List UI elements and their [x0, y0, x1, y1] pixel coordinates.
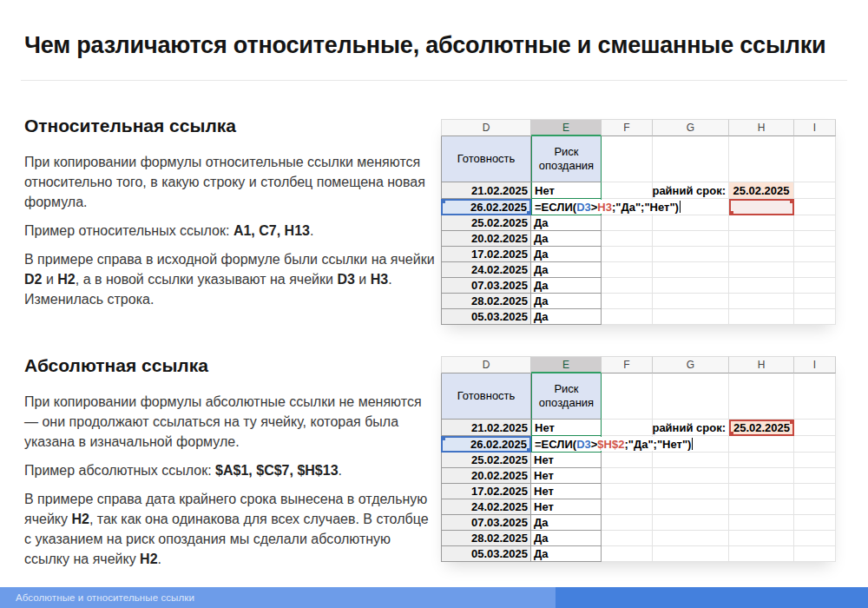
- cell-header-gotovnost: Готовность: [441, 136, 531, 182]
- empty-cell: [653, 373, 729, 420]
- empty-cell: [729, 247, 794, 262]
- referenced-cell-d3: 26.02.2025: [441, 199, 531, 215]
- empty-cell: [602, 420, 653, 436]
- risk-value-cell: Да: [531, 294, 602, 309]
- empty-cell: [729, 546, 794, 562]
- empty-cell: [602, 373, 653, 420]
- paragraph: Пример абсолютных ссылок: $A$1, $C$7, $H…: [24, 460, 436, 480]
- empty-cell: [794, 294, 836, 309]
- date-cell: 25.02.2025: [441, 215, 531, 231]
- date-cell: 05.03.2025: [441, 309, 531, 325]
- text: и: [42, 272, 57, 287]
- deadline-label-cell: Крайний срок:: [653, 420, 729, 436]
- date-cell: 17.02.2025: [441, 247, 531, 262]
- empty-cell: [729, 278, 794, 294]
- empty-cell: [602, 453, 653, 468]
- formula-text: =ЕСЛИ(D3>H3;"Да";"Нет"): [533, 200, 682, 214]
- empty-cell: [794, 247, 836, 262]
- empty-cell: [653, 136, 729, 182]
- empty-cell: [653, 215, 729, 231]
- paragraph: В примере справа дата крайнего срока вын…: [24, 489, 436, 569]
- risk-value-cell: Да: [531, 515, 602, 531]
- formula-segment: D3: [576, 201, 591, 214]
- bold-text: D2: [24, 272, 42, 287]
- risk-value-cell: Да: [531, 247, 602, 262]
- section-heading: Абсолютная ссылка: [24, 354, 436, 377]
- column-header-F: F: [602, 119, 653, 136]
- spreadsheet-screenshot-relative: DEFGHIГотовностьРиск опоздания21.02.2025…: [441, 119, 836, 325]
- empty-cell: [794, 309, 836, 325]
- empty-cell: [729, 499, 794, 515]
- bold-text: H2: [57, 272, 75, 287]
- column-header-F: F: [602, 356, 653, 373]
- text: и: [355, 272, 371, 287]
- risk-value-cell: Нет: [531, 182, 602, 199]
- formula-segment: D3: [576, 438, 591, 451]
- risk-value-cell: Да: [531, 531, 602, 546]
- paragraph: Пример относительных ссылок: A1, C7, H13…: [24, 221, 436, 241]
- paragraph: В примере справа в исходной формуле были…: [24, 249, 436, 309]
- empty-cell: [602, 515, 653, 531]
- risk-value-cell: Да: [531, 262, 602, 278]
- text: , а в новой ссылки указывают на ячейки: [76, 272, 338, 287]
- deadline-value-cell: 25.02.2025: [729, 182, 794, 199]
- empty-cell: [602, 546, 653, 562]
- column-header-I: I: [794, 356, 836, 373]
- cell-header-gotovnost: Готовность: [441, 373, 531, 420]
- text: Пример абсолютных ссылок:: [24, 463, 215, 478]
- text-cursor: [680, 201, 681, 213]
- formula-segment: ;"Да";"Нет"): [624, 438, 691, 451]
- empty-cell: [729, 373, 794, 420]
- empty-cell: [794, 373, 836, 420]
- formula-segment: >: [591, 201, 598, 214]
- column-header-G: G: [653, 356, 729, 373]
- date-cell: 07.03.2025: [441, 515, 531, 531]
- section-absolute-reference: Абсолютная ссылкаПри копировании формулы…: [24, 354, 436, 578]
- empty-cell: [729, 468, 794, 484]
- date-cell: 21.02.2025: [441, 420, 531, 436]
- date-cell: 20.02.2025: [441, 231, 531, 247]
- referenced-cell-d3: 26.02.2025: [441, 436, 531, 453]
- empty-cell: [653, 499, 729, 515]
- empty-cell: [794, 531, 836, 546]
- formula-segment: =ЕСЛИ(: [535, 438, 576, 451]
- empty-cell: [794, 499, 836, 515]
- empty-cell: [729, 294, 794, 309]
- lesson-progress-bar[interactable]: Абсолютные и относительные ссылки: [0, 587, 868, 608]
- text: В примере справа в исходной формуле были…: [24, 252, 435, 267]
- divider: [21, 80, 847, 81]
- column-header-G: G: [653, 119, 729, 136]
- paragraph: При копировании формулы абсолютные ссылк…: [24, 392, 436, 452]
- empty-cell: [602, 278, 653, 294]
- empty-cell: [653, 468, 729, 484]
- formula-segment: $H$2: [597, 438, 624, 451]
- paragraph: При копировании формулы относительные сс…: [24, 152, 436, 212]
- empty-cell: [602, 309, 653, 325]
- empty-cell: [794, 484, 836, 499]
- risk-value-cell: Нет: [531, 468, 602, 484]
- empty-cell: [794, 278, 836, 294]
- column-header-I: I: [794, 119, 836, 136]
- spreadsheet-screenshot-absolute: DEFGHIГотовностьРиск опоздания21.02.2025…: [441, 356, 836, 562]
- empty-cell: [729, 436, 794, 453]
- empty-cell: [729, 515, 794, 531]
- empty-cell: [602, 182, 653, 199]
- deadline-value-cell: 25.02.2025: [729, 420, 794, 436]
- risk-value-cell: Да: [531, 278, 602, 294]
- formula-segment: H3: [597, 201, 612, 214]
- risk-value-cell: Нет: [531, 484, 602, 499]
- column-header-D: D: [441, 119, 531, 136]
- date-cell: 21.02.2025: [441, 182, 531, 199]
- empty-cell: [653, 531, 729, 546]
- empty-cell: [653, 546, 729, 562]
- formula-segment: >: [591, 438, 598, 451]
- column-header-H: H: [729, 356, 794, 373]
- empty-cell: [729, 309, 794, 325]
- empty-cell: [602, 215, 653, 231]
- empty-cell: [602, 531, 653, 546]
- empty-cell: [602, 136, 653, 182]
- empty-cell: [729, 262, 794, 278]
- empty-cell: [794, 262, 836, 278]
- bold-text: H3: [371, 272, 388, 287]
- section-heading: Относительная ссылка: [24, 115, 436, 137]
